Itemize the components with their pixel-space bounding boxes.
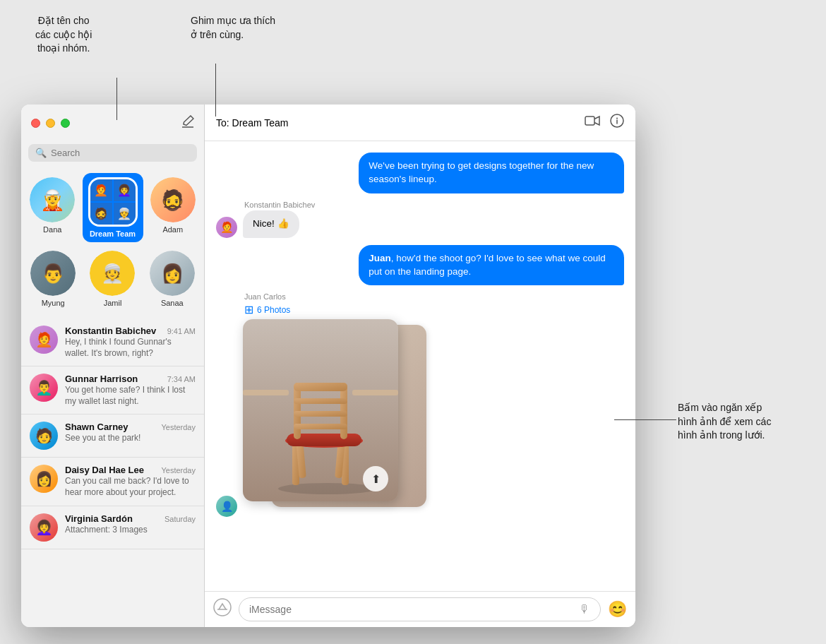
conv-time-gunnar: 7:34 AM: [167, 375, 196, 383]
avatar-virginia: 👩‍🦱: [30, 513, 58, 542]
annotation-line-3: [614, 419, 676, 420]
avatar-dream-team: 🧑‍🦰 👩‍🦱 🧔 👳: [88, 177, 138, 227]
maximize-button[interactable]: [61, 119, 70, 128]
annotation-1: Đặt tên chocác cuộc hộithoại nhóm.: [35, 14, 92, 56]
annotation-line-2: [215, 64, 216, 117]
avatar-myung: 👨: [30, 251, 76, 296]
chat-header-icons: [585, 114, 624, 131]
close-button[interactable]: [31, 119, 40, 128]
conv-item-virginia[interactable]: 👩‍🦱 Virginia Sardón Saturday Attachment:…: [21, 506, 204, 549]
pinned-row-2: 👨 Myung 👳 Jamil 👩 Sanaa: [21, 246, 204, 318]
annotation-2: Ghim mục ưa thíchở trên cùng.: [191, 14, 275, 42]
app-window: 🔍 🧝 Dana 🧑‍🦰 👩‍🦱 🧔 👳: [21, 105, 635, 627]
conv-info-virginia: Virginia Sardón Saturday Attachment: 3 I…: [65, 513, 196, 535]
to-label: To:: [216, 117, 229, 129]
chat-recipient: Dream Team: [232, 117, 289, 129]
pinned-contact-dana[interactable]: 🧝 Dana: [24, 173, 81, 242]
app-store-button[interactable]: [213, 598, 232, 621]
svg-point-4: [278, 483, 377, 494]
svg-rect-18: [352, 390, 398, 395]
pinned-name-dana: Dana: [43, 225, 61, 234]
info-button[interactable]: [610, 114, 624, 131]
conv-preview-daisy: Can you call me back? I'd love to hear m…: [65, 476, 196, 498]
svg-point-19: [214, 599, 231, 616]
minimize-button[interactable]: [46, 119, 55, 128]
chat-header: To: Dream Team: [205, 105, 635, 141]
pinned-name-dream-team: Dream Team: [90, 229, 136, 238]
avatar-juan-carlos: 👤: [216, 496, 237, 517]
sidebar: 🔍 🧝 Dana 🧑‍🦰 👩‍🦱 🧔 👳: [21, 105, 205, 627]
conversation-list: 🧑‍🦰 Konstantin Babichev 9:41 AM Hey, I t…: [21, 318, 204, 627]
conv-info-daisy: Daisy Dal Hae Lee Yesterday Can you call…: [65, 465, 196, 498]
avatar-adam: 🧔: [150, 177, 196, 222]
conv-item-shawn[interactable]: 🧑 Shawn Carney Yesterday See you at the …: [21, 415, 204, 458]
conv-preview-shawn: See you at the park!: [65, 433, 196, 443]
search-icon: 🔍: [35, 148, 47, 158]
avatar-gunnar: 👨‍🦱: [30, 374, 58, 402]
conv-info-gunnar: Gunnar Harrison 7:34 AM You get home saf…: [65, 374, 196, 407]
annotation-line-1: [116, 78, 117, 120]
conv-name-konstantin: Konstantin Babichev: [65, 326, 156, 336]
chat-area: To: Dream Team: [205, 105, 635, 627]
pinned-contact-jamil[interactable]: 👳 Jamil: [83, 246, 141, 311]
avatar-dana: 🧝: [30, 177, 75, 222]
photo-stack[interactable]: ⬆: [243, 319, 419, 517]
conv-name-gunnar: Gunnar Harrison: [65, 374, 138, 384]
audio-icon: 🎙: [579, 603, 590, 616]
annotation-3: Bấm vào ngăn xếphình ảnh để xem cáchình …: [678, 401, 771, 443]
msg-bubble-konstantin: Nice! 👍: [243, 210, 299, 238]
chat-input-area: 🎙 😊: [205, 591, 635, 627]
share-button[interactable]: ⬆: [363, 466, 388, 491]
conv-info-konstantin: Konstantin Babichev 9:41 AM Hey, I think…: [65, 326, 196, 359]
message-incoming-photos: 👤 Juan Carlos ⊞ 6 Photos: [216, 292, 624, 517]
avatar-sanaa: 👩: [150, 251, 195, 296]
conv-time-daisy: Yesterday: [161, 466, 196, 475]
search-bar[interactable]: 🔍: [28, 144, 197, 162]
avatar-jamil: 👳: [90, 251, 135, 296]
photos-container: Juan Carlos ⊞ 6 Photos: [243, 292, 419, 517]
message-input-wrapper[interactable]: 🎙: [239, 597, 601, 621]
pinned-name-myung: Myung: [42, 299, 65, 307]
compose-button[interactable]: [181, 115, 194, 131]
conv-item-gunnar[interactable]: 👨‍🦱 Gunnar Harrison 7:34 AM You get home…: [21, 366, 204, 415]
conv-item-konstantin[interactable]: 🧑‍🦰 Konstantin Babichev 9:41 AM Hey, I t…: [21, 318, 204, 366]
svg-rect-17: [243, 390, 289, 395]
conv-preview-gunnar: You get home safe? I think I lost my wal…: [65, 385, 196, 407]
photo-card-front[interactable]: ⬆: [243, 319, 398, 501]
pinned-contact-adam[interactable]: 🧔 Adam: [145, 173, 202, 242]
pinned-contact-sanaa[interactable]: 👩 Sanaa: [143, 246, 201, 311]
svg-rect-16: [294, 424, 347, 429]
conv-time-virginia: Saturday: [164, 515, 196, 523]
pinned-row-1: 🧝 Dana 🧑‍🦰 👩‍🦱 🧔 👳 Dream Team: [21, 169, 204, 246]
pinned-name-sanaa: Sanaa: [161, 299, 184, 307]
photos-count: 6 Photos: [257, 305, 290, 315]
message-outgoing-1: We've been trying to get designs togethe…: [359, 153, 624, 193]
message-input[interactable]: [249, 604, 579, 615]
emoji-button[interactable]: 😊: [608, 600, 627, 619]
avatar-daisy: 👩: [30, 465, 58, 493]
search-input[interactable]: [51, 148, 190, 158]
msg-content-konstantin: Konstantin Babichev Nice! 👍: [243, 201, 315, 238]
pinned-contact-myung[interactable]: 👨 Myung: [24, 246, 82, 311]
message-outgoing-2: Juan, how'd the shoot go? I'd love to se…: [359, 245, 624, 286]
video-call-button[interactable]: [585, 115, 600, 130]
svg-rect-13: [294, 383, 347, 391]
conv-info-shawn: Shawn Carney Yesterday See you at the pa…: [65, 422, 196, 443]
titlebar: [21, 105, 204, 141]
pinned-name-adam: Adam: [162, 225, 183, 234]
chat-messages: We've been trying to get designs togethe…: [205, 141, 635, 591]
msg-sender-konstantin: Konstantin Babichev: [244, 201, 315, 209]
photos-sender: Juan Carlos: [244, 292, 419, 301]
conv-name-virginia: Virginia Sardón: [65, 513, 133, 524]
pinned-name-jamil: Jamil: [104, 299, 122, 307]
conv-preview-virginia: Attachment: 3 Images: [65, 525, 196, 535]
conv-name-daisy: Daisy Dal Hae Lee: [65, 465, 144, 475]
conv-time-konstantin: 9:41 AM: [167, 327, 196, 335]
svg-point-2: [616, 118, 618, 119]
svg-rect-15: [294, 411, 347, 417]
avatar-konstantin-msg: 🧑‍🦰: [216, 217, 237, 238]
conv-item-daisy[interactable]: 👩 Daisy Dal Hae Lee Yesterday Can you ca…: [21, 458, 204, 506]
svg-rect-0: [585, 117, 594, 125]
conv-name-shawn: Shawn Carney: [65, 422, 128, 432]
pinned-contact-dream-team[interactable]: 🧑‍🦰 👩‍🦱 🧔 👳 Dream Team: [83, 173, 143, 242]
